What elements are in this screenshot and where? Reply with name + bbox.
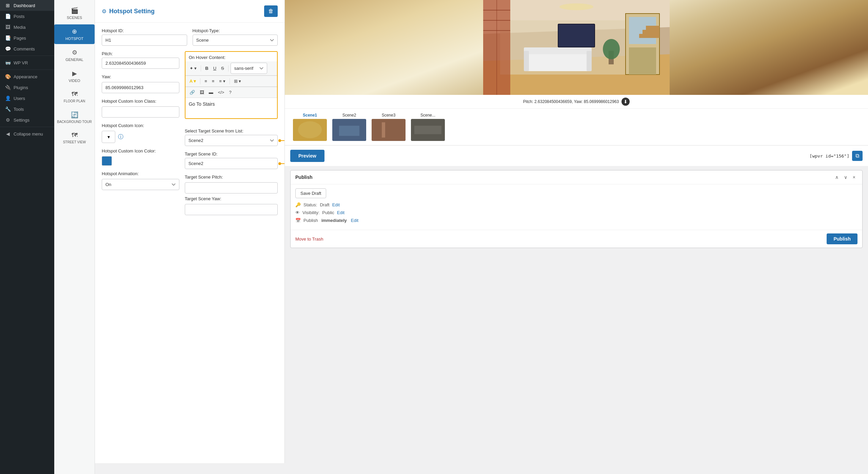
publish-button[interactable]: Publish — [827, 233, 857, 244]
color-swatch[interactable] — [102, 156, 112, 166]
animation-select[interactable]: On Off — [102, 179, 179, 190]
hotspot-id-input[interactable] — [102, 35, 187, 46]
sidebar-item-plugins[interactable]: 🔌 Plugins — [0, 82, 54, 93]
wp-sidebar: ⊞ Dashboard 📄 Posts 🖼 Media 📑 Pages 💬 Co… — [0, 0, 54, 474]
scene-thumb-4[interactable]: Scene... — [408, 111, 448, 142]
sidebar-item-scenes[interactable]: 🎬 SCENES — [54, 3, 95, 23]
help-button[interactable]: ? — [227, 88, 233, 96]
publish-title: Publish — [295, 174, 313, 180]
publish-collapse-up-button[interactable]: ∧ — [833, 174, 841, 181]
custom-icon-class-input[interactable] — [102, 106, 179, 118]
bullet-list-button[interactable]: ≡ — [202, 77, 209, 85]
visibility-label: Visibility: — [302, 210, 319, 215]
target-scene-section: Select Target Scene from List: Scene1 Sc… — [185, 128, 278, 215]
target-scene-pitch-input[interactable] — [185, 182, 278, 193]
status-value: Draft — [320, 202, 329, 207]
sidebar-item-posts[interactable]: 📄 Posts — [0, 11, 54, 22]
sidebar-item-hotspot[interactable]: ⊕ HOTSPOT — [54, 24, 95, 44]
move-to-trash-link[interactable]: Move to Trash — [295, 236, 323, 242]
svg-rect-11 — [524, 47, 592, 54]
editor-header: ⚙ Hotspot Setting 🗑 — [95, 0, 284, 23]
info-icon[interactable]: ⓘ — [118, 133, 123, 141]
hotspot-icon: ⊕ — [72, 28, 77, 35]
link-button[interactable]: 🔗 — [188, 88, 197, 96]
status-edit-link[interactable]: Edit — [332, 202, 340, 207]
image-button[interactable]: 🖼 — [198, 88, 206, 96]
publish-close-button[interactable]: × — [851, 174, 857, 181]
wand-button[interactable]: ✦ ▾ — [188, 64, 199, 72]
target-scene-list-label: Select Target Scene from List: — [185, 128, 278, 133]
sidebar-item-street-view[interactable]: 🗺 STREET VIEW — [54, 128, 95, 147]
svg-point-25 — [298, 121, 322, 138]
orange-indicator-1 — [278, 139, 285, 142]
font-family-select[interactable]: sans-serif serif monospace — [231, 63, 267, 74]
publish-body: Save Draft 🔑 Status: Draft Edit 👁 Visibi… — [291, 184, 862, 230]
svg-point-17 — [603, 39, 620, 59]
sidebar-item-background-tour[interactable]: 🔄 BACKGROUND TOUR — [54, 108, 95, 127]
scene-thumb-label-1: Scene1 — [303, 113, 317, 118]
italic-button[interactable]: U — [211, 64, 218, 72]
publish-when-edit-link[interactable]: Edit — [351, 218, 358, 223]
code-button[interactable]: </> — [216, 88, 226, 96]
sidebar-item-pages[interactable]: 📑 Pages — [0, 33, 54, 43]
sidebar-item-media[interactable]: 🖼 Media — [0, 22, 54, 33]
preview-button[interactable]: Preview — [290, 150, 324, 162]
sidebar-item-settings[interactable]: ⚙ Settings — [0, 115, 54, 125]
align-button[interactable]: ≡ ▾ — [217, 77, 227, 85]
animation-label: Hotspot Animation: — [102, 171, 179, 176]
table-button[interactable]: ⊞ ▾ — [232, 77, 243, 85]
orange-indicator-2 — [278, 162, 285, 165]
sidebar-item-general[interactable]: ⚙ GENERAL — [54, 45, 95, 65]
toolbar-divider-2 — [228, 65, 229, 71]
target-scene-id-row — [185, 158, 278, 169]
comments-icon: 💬 — [5, 46, 11, 51]
save-draft-button[interactable]: Save Draft — [295, 188, 326, 198]
target-scene-id-input[interactable] — [185, 158, 278, 169]
sidebar-item-collapse[interactable]: ◀ Collapse menu — [0, 128, 54, 139]
sidebar-item-appearance[interactable]: 🎨 Appearance — [0, 71, 54, 82]
sidebar-item-floor-plan[interactable]: 🗺 FLOOR PLAN — [54, 87, 95, 106]
toolbar-divider-1 — [201, 65, 201, 71]
target-scene-select[interactable]: Scene1 Scene2 Scene3 Scene4 — [185, 135, 278, 146]
floor-plan-icon: 🗺 — [72, 91, 78, 98]
svg-rect-30 — [382, 122, 385, 138]
target-scene-yaw-input[interactable] — [185, 204, 278, 215]
numbered-list-button[interactable]: ≡ — [210, 77, 217, 85]
icon-picker-button[interactable]: ▾ — [102, 131, 115, 143]
sidebar-item-comments[interactable]: 💬 Comments — [0, 43, 54, 54]
svg-rect-28 — [339, 126, 359, 136]
custom-icon-class-label: Hotspot Custom Icon Class: — [102, 99, 179, 104]
delete-button[interactable]: 🗑 — [264, 5, 278, 17]
appearance-icon: 🎨 — [5, 74, 11, 79]
text-color-button[interactable]: A ▾ — [188, 77, 198, 85]
media-icon: 🖼 — [5, 24, 11, 30]
scene-thumb-label-2: Scene2 — [342, 113, 356, 118]
target-scene-yaw-label: Target Scene Yaw: — [185, 196, 278, 201]
scene-thumb-img-4 — [411, 119, 445, 141]
orange-line-1 — [281, 140, 285, 141]
toolbar-divider-4 — [230, 78, 230, 84]
scene-thumb-1[interactable]: Scene1 — [290, 111, 330, 142]
visibility-edit-link[interactable]: Edit — [337, 210, 344, 215]
hotspot-type-select[interactable]: Scene Image Video Text URL — [193, 35, 278, 46]
rich-text-editor: On Hover Content: ✦ ▾ B U S — [185, 51, 278, 119]
bold-button[interactable]: B — [203, 64, 210, 72]
media-button[interactable]: ▬ — [207, 88, 215, 96]
sidebar-item-dashboard[interactable]: ⊞ Dashboard — [0, 0, 54, 11]
sidebar-item-wp-vr[interactable]: 🥽 WP VR — [0, 57, 54, 68]
copy-shortcode-button[interactable]: ⧉ — [852, 151, 863, 161]
wp-vr-icon: 🥽 — [5, 60, 11, 65]
rich-editor-body[interactable]: Go To Stairs — [185, 98, 277, 118]
sidebar-item-tools[interactable]: 🔧 Tools — [0, 104, 54, 115]
svg-rect-9 — [646, 26, 659, 30]
sidebar-item-users[interactable]: 👤 Users — [0, 93, 54, 104]
publish-collapse-down-button[interactable]: ∨ — [842, 174, 849, 181]
pitch-input[interactable] — [102, 58, 179, 69]
scene-thumb-3[interactable]: Scene3 — [369, 111, 408, 142]
publish-panel: Publish ∧ ∨ × Save Draft 🔑 Status: Draft… — [290, 170, 863, 248]
yaw-input[interactable] — [102, 82, 179, 93]
strikethrough-button[interactable]: S — [219, 64, 226, 72]
download-icon[interactable]: ⬇ — [622, 98, 630, 106]
sidebar-item-video[interactable]: ▶ VIDEO — [54, 66, 95, 86]
scene-thumb-2[interactable]: Scene2 — [330, 111, 369, 142]
